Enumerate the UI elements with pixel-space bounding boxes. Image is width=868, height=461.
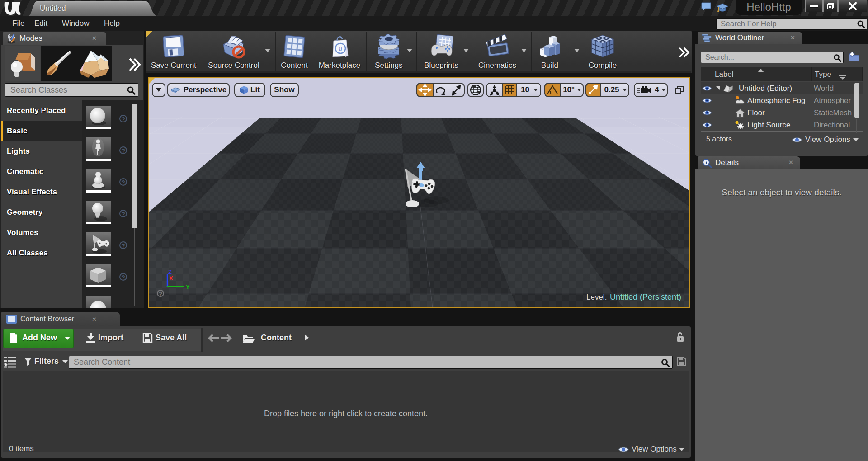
svg-text:i: i	[705, 160, 707, 165]
svg-text:Z: Z	[168, 268, 172, 275]
svg-text:X: X	[169, 275, 173, 282]
svg-text:u: u	[339, 45, 342, 52]
svg-text:Y: Y	[186, 283, 190, 290]
